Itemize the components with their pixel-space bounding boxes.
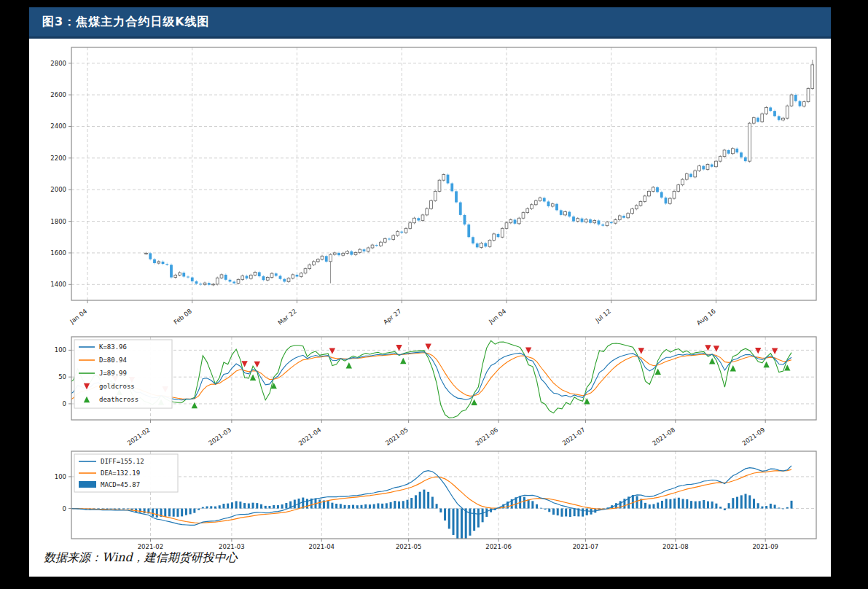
svg-text:2021-03: 2021-03 bbox=[219, 543, 245, 549]
kdj-lines bbox=[69, 340, 791, 418]
svg-text:Feb 08: Feb 08 bbox=[172, 308, 193, 326]
svg-text:1800: 1800 bbox=[50, 218, 66, 225]
svg-text:2021-02: 2021-02 bbox=[138, 543, 164, 549]
svg-text:100: 100 bbox=[55, 473, 66, 480]
svg-text:2021-07: 2021-07 bbox=[561, 426, 587, 447]
svg-text:2021-09: 2021-09 bbox=[741, 426, 767, 447]
svg-text:1400: 1400 bbox=[50, 281, 66, 288]
data-source-note: 数据来源：Wind，建信期货研投中心 bbox=[44, 550, 238, 566]
svg-text:2200: 2200 bbox=[50, 155, 66, 162]
svg-text:DEA=132.19: DEA=132.19 bbox=[101, 469, 140, 477]
svg-text:Aug 16: Aug 16 bbox=[695, 308, 717, 327]
svg-text:2021-06: 2021-06 bbox=[474, 426, 499, 447]
svg-text:2400: 2400 bbox=[50, 122, 66, 130]
svg-text:2021-04: 2021-04 bbox=[309, 543, 335, 549]
svg-text:DIFF=155.12: DIFF=155.12 bbox=[101, 458, 144, 465]
svg-text:J=89.99: J=89.99 bbox=[99, 370, 127, 377]
svg-text:2021-08: 2021-08 bbox=[651, 426, 676, 447]
report-page: { "header": { "title": "图3：焦煤主力合约日级K线图" … bbox=[0, 0, 868, 589]
kdj-legend: K=83.96D=80.94J=89.99goldcrossdeathcross bbox=[74, 340, 172, 408]
svg-text:Mar 22: Mar 22 bbox=[276, 308, 297, 327]
kline-figure: 14001600180020002200240026002800Jan 04Fe… bbox=[29, 39, 831, 549]
svg-text:2021-05: 2021-05 bbox=[384, 426, 410, 447]
svg-text:MACD=45.87: MACD=45.87 bbox=[101, 481, 140, 488]
svg-text:K=83.96: K=83.96 bbox=[99, 343, 127, 351]
candlestick-panel: 14001600180020002200240026002800Jan 04Fe… bbox=[50, 47, 816, 327]
svg-text:2021-08: 2021-08 bbox=[662, 543, 689, 549]
svg-text:2021-09: 2021-09 bbox=[752, 543, 778, 549]
svg-text:2021-07: 2021-07 bbox=[573, 543, 599, 549]
svg-text:Jun 04: Jun 04 bbox=[487, 308, 507, 326]
svg-text:Jul 12: Jul 12 bbox=[593, 308, 612, 324]
svg-text:0: 0 bbox=[63, 400, 66, 407]
svg-text:2021-02: 2021-02 bbox=[126, 426, 152, 447]
figure-title-bar: 图3：焦煤主力合约日级K线图 bbox=[29, 7, 831, 39]
svg-text:1600: 1600 bbox=[50, 249, 66, 257]
macd-panel: 01002021-022021-032021-042021-052021-062… bbox=[55, 451, 816, 549]
kdj-panel: 0501002021-022021-032021-042021-052021-0… bbox=[55, 337, 816, 447]
macd-legend: DIFF=155.12DEA=132.19MACD=45.87 bbox=[74, 454, 178, 492]
svg-text:100: 100 bbox=[55, 346, 66, 354]
svg-text:Jan 04: Jan 04 bbox=[68, 308, 88, 326]
svg-text:2021-06: 2021-06 bbox=[485, 543, 512, 549]
svg-text:2800: 2800 bbox=[50, 60, 66, 67]
svg-text:2021-04: 2021-04 bbox=[297, 426, 323, 447]
svg-text:2600: 2600 bbox=[50, 91, 66, 98]
svg-text:D=80.94: D=80.94 bbox=[99, 356, 127, 364]
svg-text:2021-05: 2021-05 bbox=[396, 543, 422, 549]
svg-text:2021-03: 2021-03 bbox=[207, 426, 232, 447]
svg-text:deathcross: deathcross bbox=[99, 396, 138, 403]
svg-text:0: 0 bbox=[63, 505, 66, 512]
figure-card: 图3：焦煤主力合约日级K线图 1400160018002000220024002… bbox=[29, 7, 831, 577]
svg-text:Apr 27: Apr 27 bbox=[382, 308, 402, 326]
svg-text:goldcross: goldcross bbox=[99, 383, 135, 390]
candles-group bbox=[145, 60, 814, 286]
svg-text:2000: 2000 bbox=[50, 186, 66, 193]
macd-histogram bbox=[77, 490, 793, 539]
figure-title: 图3：焦煤主力合约日级K线图 bbox=[29, 7, 210, 30]
svg-text:50: 50 bbox=[58, 373, 66, 381]
cross-markers bbox=[112, 344, 791, 409]
